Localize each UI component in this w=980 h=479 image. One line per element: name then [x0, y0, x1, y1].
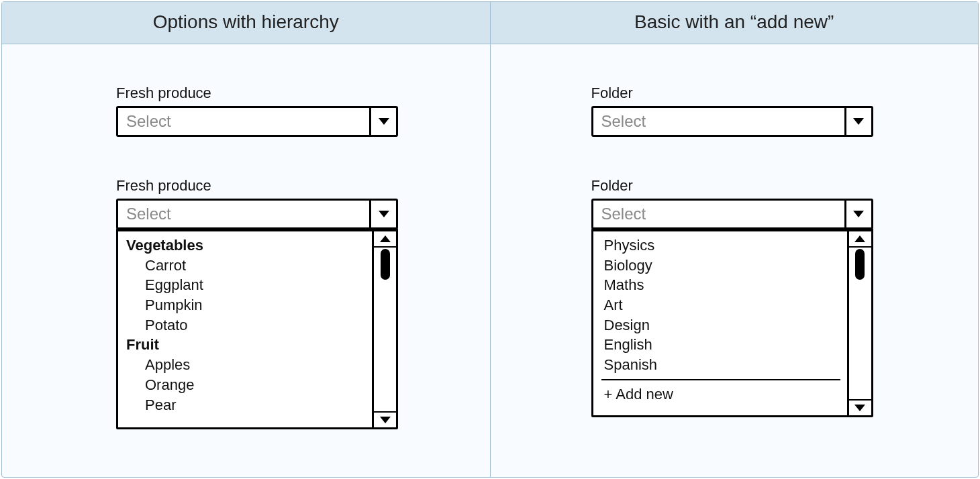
- label-fresh-produce-2: Fresh produce: [116, 177, 398, 195]
- panel-add-new: Basic with an “add new” Folder Select Fo…: [491, 2, 979, 477]
- select-placeholder: Select: [118, 108, 369, 135]
- option-orange[interactable]: Orange: [126, 375, 365, 395]
- dropdown-folder: Physics Biology Maths Art Design English…: [591, 228, 873, 417]
- select-placeholder: Select: [593, 201, 844, 227]
- dropdown-list-flat: Physics Biology Maths Art Design English…: [593, 231, 847, 415]
- field-folder-open: Folder Select Physics Biology Maths Art …: [591, 177, 873, 417]
- dropdown-fresh-produce: Vegetables Carrot Eggplant Pumpkin Potat…: [116, 228, 398, 429]
- option-maths[interactable]: Maths: [601, 275, 840, 295]
- field-fresh-produce-closed: Fresh produce Select: [116, 85, 398, 137]
- chevron-down-icon: [379, 211, 389, 217]
- field-fresh-produce-open: Fresh produce Select Vegetables Carrot E…: [116, 177, 398, 429]
- scroll-track[interactable]: [374, 248, 396, 411]
- chevron-down-icon: [853, 211, 864, 217]
- option-carrot[interactable]: Carrot: [126, 256, 365, 276]
- scroll-down-button[interactable]: [849, 399, 871, 415]
- select-arrow[interactable]: [844, 108, 871, 135]
- select-folder-open[interactable]: Select: [591, 199, 873, 229]
- option-spanish[interactable]: Spanish: [601, 355, 840, 375]
- scroll-thumb[interactable]: [855, 249, 865, 280]
- chevron-down-icon: [380, 417, 391, 423]
- panel-add-new-title: Basic with an “add new”: [491, 2, 979, 44]
- chevron-down-icon: [853, 118, 864, 125]
- panel-hierarchy: Options with hierarchy Fresh produce Sel…: [2, 2, 491, 477]
- select-folder-closed[interactable]: Select: [591, 106, 873, 137]
- option-eggplant[interactable]: Eggplant: [126, 275, 365, 295]
- scrollbar[interactable]: [847, 231, 871, 415]
- scroll-down-button[interactable]: [374, 411, 396, 427]
- scroll-up-button[interactable]: [849, 231, 871, 248]
- scroll-thumb[interactable]: [381, 249, 390, 280]
- field-folder-closed: Folder Select: [591, 85, 873, 137]
- option-pear[interactable]: Pear: [126, 395, 365, 415]
- option-potato[interactable]: Potato: [126, 315, 365, 335]
- optgroup-vegetables: Vegetables: [126, 235, 365, 256]
- chevron-up-icon: [854, 235, 865, 242]
- option-add-new[interactable]: + Add new: [601, 379, 840, 405]
- scroll-up-button[interactable]: [374, 231, 396, 248]
- label-folder-2: Folder: [591, 177, 873, 195]
- panel-hierarchy-title: Options with hierarchy: [2, 2, 490, 44]
- select-placeholder: Select: [593, 108, 844, 135]
- scroll-track[interactable]: [849, 248, 871, 399]
- option-biology[interactable]: Biology: [601, 256, 840, 276]
- select-fresh-produce-open[interactable]: Select: [116, 199, 398, 229]
- option-physics[interactable]: Physics: [601, 235, 840, 256]
- select-arrow[interactable]: [369, 201, 396, 227]
- chevron-up-icon: [380, 235, 391, 242]
- option-design[interactable]: Design: [601, 315, 840, 335]
- select-placeholder: Select: [118, 201, 369, 227]
- label-fresh-produce-1: Fresh produce: [116, 85, 398, 102]
- select-arrow[interactable]: [369, 108, 396, 135]
- optgroup-fruit: Fruit: [126, 335, 365, 355]
- option-english[interactable]: English: [601, 335, 840, 355]
- label-folder-1: Folder: [591, 85, 873, 102]
- chevron-down-icon: [379, 118, 389, 125]
- option-art[interactable]: Art: [601, 295, 840, 315]
- scrollbar[interactable]: [372, 231, 396, 427]
- dropdown-list-hierarchy: Vegetables Carrot Eggplant Pumpkin Potat…: [118, 231, 372, 427]
- option-apples[interactable]: Apples: [126, 355, 365, 375]
- select-fresh-produce-closed[interactable]: Select: [116, 106, 398, 137]
- option-pumpkin[interactable]: Pumpkin: [126, 295, 365, 315]
- chevron-down-icon: [854, 405, 865, 411]
- select-arrow[interactable]: [844, 201, 871, 227]
